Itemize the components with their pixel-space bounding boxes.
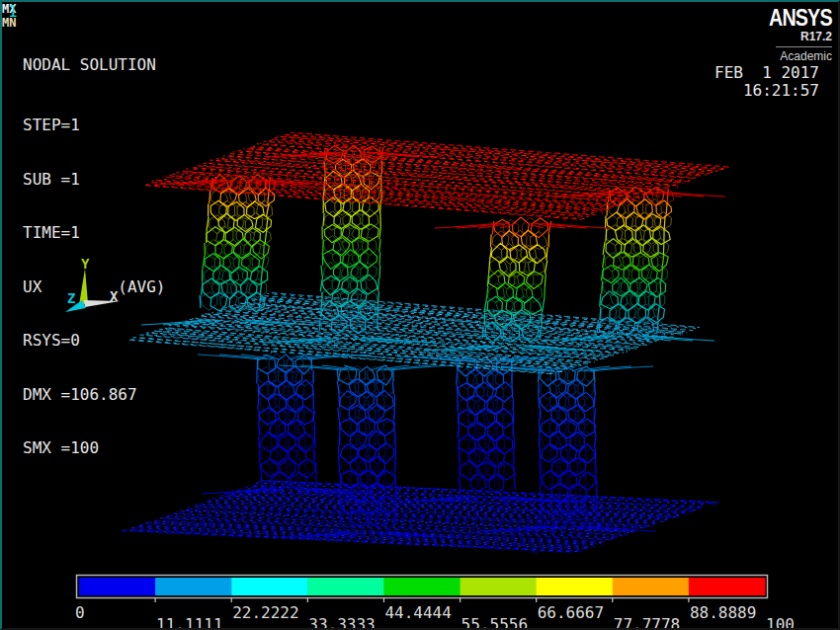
cnt-pillar-upper-4 (597, 187, 674, 337)
legend-color-segment (383, 578, 461, 595)
x-axis-label: X (110, 288, 118, 304)
legend-value: 100 (766, 615, 795, 630)
solution-info-line: RSYS=0 (23, 332, 166, 351)
y-axis-label: Y (81, 256, 89, 272)
ansys-logo: ANSYS (769, 4, 832, 32)
legend-value: 77.7778 (614, 615, 680, 630)
legend-color-segment (537, 578, 614, 595)
ansys-graphics-window: 1 NODAL SOLUTION STEP=1 SUB =1 TIME=1 UX… (0, 0, 840, 630)
legend-value: 55.5556 (462, 615, 528, 630)
contour-legend: 011.111122.222233.333344.444455.555666.6… (2, 569, 840, 630)
solution-info-line: NODAL SOLUTION (23, 56, 166, 75)
legend-value: 66.6667 (538, 603, 604, 622)
legend-value: 11.1111 (156, 615, 222, 630)
plot-number: 1 (8, 3, 18, 21)
legend-color-segment (613, 578, 690, 595)
legend-color-segment (231, 578, 308, 595)
graphene-sheet-bottom (121, 481, 719, 556)
legend-value: 33.3333 (308, 615, 375, 630)
legend-value: 44.4444 (384, 603, 451, 622)
legend-color-segment (689, 578, 766, 595)
solution-info-line: SMX =100 (23, 439, 166, 458)
legend-color-segment (307, 578, 384, 595)
cnt-pillar-lower-3 (457, 355, 516, 494)
legend-color-segment (155, 578, 232, 595)
legend-color-segment (461, 578, 538, 595)
graphene-sheet-top (142, 132, 730, 221)
legend-color-segment (79, 578, 156, 595)
cnt-pillar-lower-1 (257, 354, 316, 491)
legend-value: 0 (75, 603, 85, 622)
time-label: 16:21:57 (743, 82, 819, 100)
legend-value: 88.8889 (690, 603, 756, 622)
date-label: FEB 1 2017 (714, 64, 819, 82)
solution-info: NODAL SOLUTION STEP=1 SUB =1 TIME=1 UX (… (23, 21, 166, 494)
license-label: Academic (755, 49, 832, 63)
solution-info-line: TIME=1 (23, 224, 166, 243)
legend-value: 22.2222 (232, 603, 298, 622)
brand-block: ANSYS R17.2 Academic (755, 4, 832, 63)
solution-info-line: UX (AVG) (23, 278, 166, 297)
solution-info-line: SUB =1 (23, 171, 166, 190)
solution-info-line: DMX =106.867 (23, 386, 166, 405)
solution-info-line: STEP=1 (23, 117, 166, 135)
version-label: R17.2 (755, 30, 832, 43)
z-axis-label: Z (67, 290, 75, 306)
license-divider (776, 46, 832, 47)
